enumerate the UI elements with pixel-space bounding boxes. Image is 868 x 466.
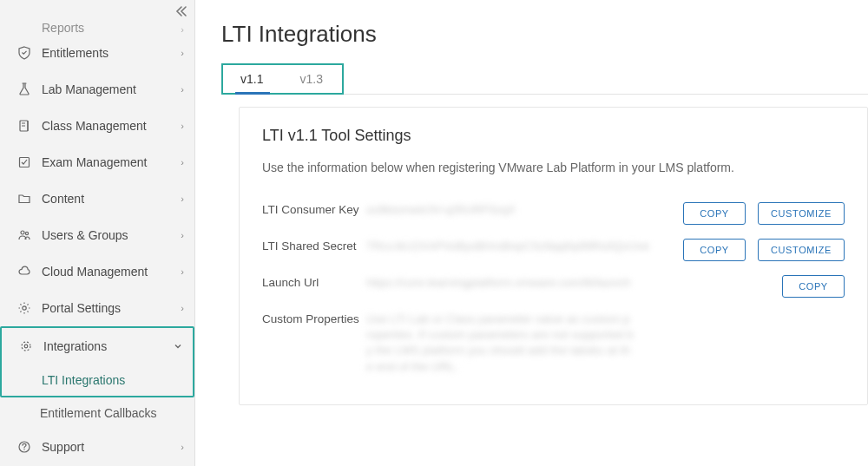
sidebar-item-label: Cloud Management xyxy=(33,265,181,279)
tab-v1-1[interactable]: v1.1 xyxy=(223,65,282,93)
setting-value: Use LTI Lab or Class parameter value as … xyxy=(366,312,644,375)
chevron-right-icon: › xyxy=(181,303,184,313)
users-icon xyxy=(16,228,33,242)
sidebar-item-users-groups[interactable]: Users & Groups › xyxy=(0,217,194,253)
sidebar-subitem-label: LTI Integrations xyxy=(42,373,125,387)
customize-button[interactable]: CUSTOMIZE xyxy=(758,202,845,225)
chevron-right-icon: › xyxy=(181,121,184,131)
chevron-right-icon: › xyxy=(181,48,184,58)
sidebar-item-label: Integrations xyxy=(35,339,174,353)
card-description: Use the information below when registeri… xyxy=(262,161,845,174)
setting-row-launch-url: Launch Url https://core.learningplatform… xyxy=(262,268,845,305)
page-title: LTI Integrations xyxy=(221,21,868,48)
sidebar-item-class-management[interactable]: Class Management › xyxy=(0,108,194,144)
flask-icon xyxy=(16,82,33,96)
copy-button[interactable]: COPY xyxy=(782,275,845,298)
chevron-right-icon: › xyxy=(181,157,184,167)
row-actions: COPY CUSTOMIZE xyxy=(683,202,845,225)
sidebar-item-exam-management[interactable]: Exam Management › xyxy=(0,144,194,180)
sidebar-item-label: Portal Settings xyxy=(33,301,181,315)
sidebar-item-lab-management[interactable]: Lab Management › xyxy=(0,71,194,108)
setting-row-shared-secret: LTI Shared Secret TRcv.lkU2XAPVoBysBHrsB… xyxy=(262,232,845,268)
svg-point-3 xyxy=(25,232,28,234)
setting-label: LTI Shared Secret xyxy=(262,239,366,254)
tab-label: v1.3 xyxy=(299,72,322,86)
tab-v1-3[interactable]: v1.3 xyxy=(282,65,341,93)
setting-label: LTI Consumer Key xyxy=(262,202,366,218)
svg-point-4 xyxy=(23,306,26,310)
main-content: LTI Integrations v1.1 v1.3 LTI v1.1 Tool… xyxy=(195,0,868,466)
settings-card: LTI v1.1 Tool Settings Use the informati… xyxy=(239,107,868,405)
chevron-right-icon: › xyxy=(181,230,184,240)
setting-label: Custom Properties xyxy=(262,312,366,327)
sidebar-item-label: Entitlements xyxy=(33,46,181,60)
copy-button[interactable]: COPY xyxy=(683,239,746,261)
sidebar-item-label: Users & Groups xyxy=(33,228,181,242)
sidebar-item-integrations[interactable]: Integrations xyxy=(2,328,193,364)
sidebar-subitem-lti-integrations[interactable]: LTI Integrations xyxy=(2,364,193,396)
row-actions: COPY CUSTOMIZE xyxy=(683,239,845,261)
copy-button[interactable]: COPY xyxy=(683,202,746,225)
chevron-right-icon: › xyxy=(181,84,184,95)
setting-value: TRcv.lkU2XAPVoBysBHrsBnpCSz9qqNy89Ro0QvU… xyxy=(366,239,683,254)
sidebar-item-reports[interactable]: Reports › xyxy=(0,19,194,35)
sidebar-subitem-entitlement-callbacks[interactable]: Entitlement Callbacks xyxy=(0,397,194,429)
chevron-right-icon: › xyxy=(181,194,184,204)
sidebar-item-label: Lab Management xyxy=(33,82,181,96)
chevron-right-icon: › xyxy=(181,24,184,35)
setting-label: Launch Url xyxy=(262,275,366,291)
sidebar-item-label: Support xyxy=(33,440,181,454)
sidebar-item-label: Content xyxy=(33,192,181,206)
chevron-double-left-icon xyxy=(175,5,187,17)
sidebar-item-support[interactable]: Support › xyxy=(0,429,194,465)
setting-value: oc8ktomwlz3V-q35URF5zqX xyxy=(366,202,683,218)
nav-list: Reports › Entitlements › Lab Management … xyxy=(0,19,194,465)
svg-point-6 xyxy=(24,345,28,348)
row-actions: COPY xyxy=(782,275,845,298)
sidebar: Reports › Entitlements › Lab Management … xyxy=(0,0,195,466)
setting-row-custom-properties: Custom Properties Use LTI Lab or Class p… xyxy=(262,305,845,382)
sidebar-item-label: Reports xyxy=(33,21,181,35)
tabs: v1.1 v1.3 xyxy=(223,65,342,93)
customize-button[interactable]: CUSTOMIZE xyxy=(758,239,845,261)
sidebar-group-integrations-highlighted: Integrations LTI Integrations xyxy=(0,326,194,397)
sidebar-subitem-label: Entitlement Callbacks xyxy=(40,406,157,420)
sidebar-item-portal-settings[interactable]: Portal Settings › xyxy=(0,290,194,326)
cloud-icon xyxy=(16,265,33,279)
chevron-right-icon: › xyxy=(181,442,184,452)
help-icon xyxy=(16,440,33,454)
svg-point-8 xyxy=(23,449,24,450)
folder-icon xyxy=(16,192,33,206)
tabs-highlighted: v1.1 v1.3 xyxy=(221,63,344,95)
chevron-down-icon xyxy=(174,342,182,351)
shield-check-icon xyxy=(16,46,33,60)
sidebar-item-content[interactable]: Content › xyxy=(0,180,194,217)
sidebar-item-label: Class Management xyxy=(33,119,181,133)
sidebar-collapse-button[interactable] xyxy=(175,5,187,17)
sidebar-item-entitlements[interactable]: Entitlements › xyxy=(0,35,194,71)
sidebar-item-label: Exam Management xyxy=(33,155,181,169)
setting-value: https://core.learningplatform.vmware.com… xyxy=(366,275,782,291)
svg-point-2 xyxy=(21,231,24,234)
gear-icon xyxy=(16,301,33,315)
book-icon xyxy=(16,119,33,133)
integrations-icon xyxy=(17,339,35,353)
tab-label: v1.1 xyxy=(240,72,263,86)
svg-point-5 xyxy=(22,342,30,351)
sidebar-item-cloud-management[interactable]: Cloud Management › xyxy=(0,253,194,290)
setting-row-consumer-key: LTI Consumer Key oc8ktomwlz3V-q35URF5zqX… xyxy=(262,195,845,232)
exam-icon xyxy=(16,155,33,169)
chevron-right-icon: › xyxy=(181,266,184,277)
card-title: LTI v1.1 Tool Settings xyxy=(262,127,845,145)
